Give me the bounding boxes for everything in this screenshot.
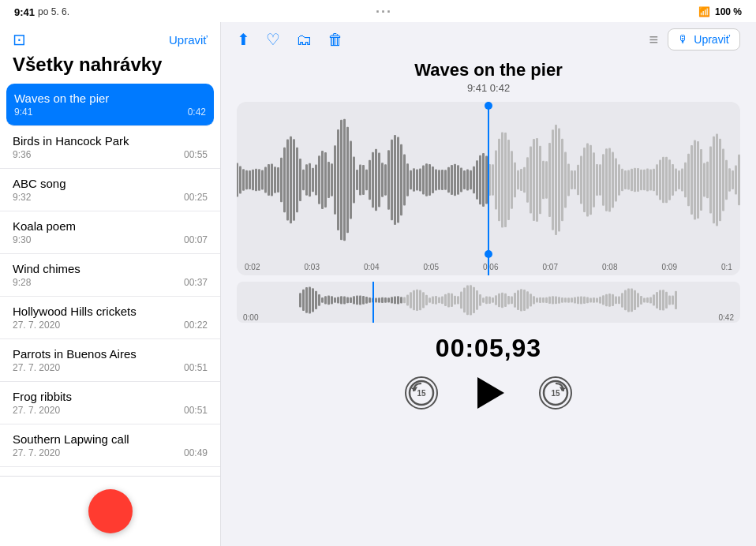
recording-title-area: Waves on the pier 9:41 0:42 xyxy=(221,57,756,95)
detail-edit-button[interactable]: 🎙 Upraviť xyxy=(668,28,740,50)
recording-list-item[interactable]: Southern Lapwing call27. 7. 202000:49 xyxy=(0,424,220,467)
timescale-label: 0:09 xyxy=(662,263,677,271)
skip-back-icon: 15 xyxy=(405,376,438,410)
main-container: ⊡ Upraviť Všetky nahrávky Waves on the p… xyxy=(0,22,756,546)
mini-playhead xyxy=(372,282,374,323)
recording-main-title: Waves on the pier xyxy=(237,60,740,80)
status-date: po 5. 6. xyxy=(38,6,69,17)
battery-indicator: 100 % xyxy=(715,6,742,17)
timescale-label: 0:04 xyxy=(364,263,379,271)
skip-back-button[interactable]: 15 xyxy=(405,376,438,410)
filter-icon[interactable]: ≡ xyxy=(649,31,659,49)
recording-name: Waves on the pier xyxy=(14,92,206,105)
recording-meta: 9:2800:37 xyxy=(13,277,208,288)
status-right: 📶 100 % xyxy=(698,6,742,17)
recording-meta: 9:3600:55 xyxy=(13,149,208,160)
toolbar-right: ≡ 🎙 Upraviť xyxy=(649,28,740,50)
detail-toolbar: ⬆ ♡ 🗂 🗑 ≡ 🎙 Upraviť xyxy=(221,22,756,57)
status-bar: 9:41 po 5. 6. ··· 📶 100 % xyxy=(0,0,756,22)
mini-timescale: 0:00 0:42 xyxy=(237,312,740,323)
recording-meta: 27. 7. 202000:22 xyxy=(13,320,208,331)
recording-list: Waves on the pier9:410:42Birds in Hancoc… xyxy=(0,84,220,476)
recording-list-item[interactable]: Hollywood Hills crickets27. 7. 202000:22 xyxy=(0,297,220,339)
folder-icon[interactable]: 🗂 xyxy=(296,31,312,49)
status-time: 9:41 xyxy=(14,6,35,18)
timescale-label: 0:07 xyxy=(543,263,558,271)
recording-list-item[interactable]: Frog ribbits27. 7. 202000:51 xyxy=(0,382,220,424)
skip-forward-button[interactable]: 15 xyxy=(539,376,572,410)
recording-list-item[interactable]: ABC song9:3200:25 xyxy=(0,169,220,211)
waveform-icon: 🎙 xyxy=(678,33,689,46)
timescale-label: 0:02 xyxy=(245,263,260,271)
mini-timescale-start: 0:00 xyxy=(243,313,258,322)
recording-name: Hollywood Hills crickets xyxy=(13,305,208,318)
record-button[interactable] xyxy=(88,489,133,533)
recording-meta: 9:410:42 xyxy=(14,107,206,118)
skip-forward-icon: 15 xyxy=(539,376,572,410)
detail-edit-label: Upraviť xyxy=(694,33,730,46)
sidebar: ⊡ Upraviť Všetky nahrávky Waves on the p… xyxy=(0,22,221,546)
svg-text:15: 15 xyxy=(551,389,560,398)
mini-timescale-end: 0:42 xyxy=(719,313,734,322)
timer-display: 00:05,93 xyxy=(221,326,756,368)
wifi-icon: 📶 xyxy=(698,6,710,17)
sidebar-toggle-icon[interactable]: ⊡ xyxy=(13,30,26,49)
toolbar-left: ⬆ ♡ 🗂 🗑 xyxy=(237,30,343,49)
recording-meta: 9:3200:25 xyxy=(13,192,208,203)
sidebar-edit-button[interactable]: Upraviť xyxy=(169,33,208,47)
play-button[interactable] xyxy=(470,374,507,412)
recording-name: Southern Lapwing call xyxy=(13,432,208,446)
share-icon[interactable]: ⬆ xyxy=(237,30,250,49)
recording-name: Frog ribbits xyxy=(13,390,208,403)
playhead-line xyxy=(488,102,489,275)
recording-list-item[interactable]: Wind chimes9:2800:37 xyxy=(0,254,220,297)
recording-list-item[interactable]: Parrots in Buenos Aires27. 7. 202000:51 xyxy=(0,339,220,382)
detail-panel: ⬆ ♡ 🗂 🗑 ≡ 🎙 Upraviť Waves on the pier 9:… xyxy=(221,22,756,546)
sidebar-title: Všetky nahrávky xyxy=(0,54,220,84)
recording-name: Koala poem xyxy=(13,219,208,233)
timescale-label: 0:1 xyxy=(721,263,732,271)
timescale-label: 0:08 xyxy=(602,263,617,271)
recording-list-item[interactable]: Birds in Hancock Park9:3600:55 xyxy=(0,126,220,169)
recording-meta: 9:3000:07 xyxy=(13,234,208,245)
play-icon xyxy=(477,377,504,409)
sidebar-bottom xyxy=(0,476,220,546)
recording-name: Birds in Hancock Park xyxy=(13,134,208,148)
timescale-label: 0:06 xyxy=(483,263,498,271)
recording-name: Parrots in Buenos Aires xyxy=(13,347,208,361)
recording-meta: 27. 7. 202000:49 xyxy=(13,447,208,458)
more-dots: ··· xyxy=(376,4,392,21)
mini-waveform[interactable]: 0:00 0:42 xyxy=(237,282,740,323)
recording-time-info: 9:41 0:42 xyxy=(237,82,740,94)
recording-list-item[interactable]: Koala poem9:3000:07 xyxy=(0,211,220,254)
recording-meta: 27. 7. 202000:51 xyxy=(13,405,208,416)
svg-text:15: 15 xyxy=(417,389,426,398)
sidebar-header: ⊡ Upraviť xyxy=(0,22,220,54)
playback-controls: 15 15 xyxy=(221,368,756,421)
status-left: 9:41 po 5. 6. xyxy=(14,6,69,18)
playhead-top-dot xyxy=(485,102,492,110)
recording-meta: 27. 7. 202000:51 xyxy=(13,362,208,373)
playhead-bottom-dot xyxy=(485,250,492,258)
delete-icon[interactable]: 🗑 xyxy=(327,31,343,49)
timescale-label: 0:05 xyxy=(424,263,439,271)
main-waveform[interactable]: 0:02 0:03 0:04 0:05 0:06 0:07 0:08 0:09 … xyxy=(237,102,740,275)
recording-name: Wind chimes xyxy=(13,262,208,275)
favorite-icon[interactable]: ♡ xyxy=(266,30,280,49)
recording-name: ABC song xyxy=(13,177,208,190)
recording-list-item[interactable]: Waves on the pier9:410:42 xyxy=(6,84,214,126)
timescale-label: 0:03 xyxy=(305,263,320,271)
